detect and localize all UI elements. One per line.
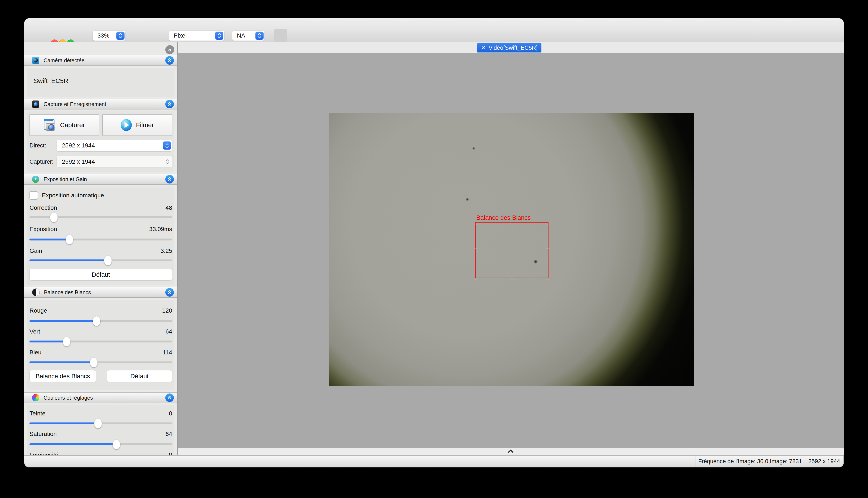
green-label: Vert (29, 328, 40, 335)
green-slider[interactable] (29, 337, 172, 346)
toolbar: 33% Pixel NA (24, 18, 844, 42)
roi-handle[interactable] (546, 276, 550, 279)
snap-resolution-stepper[interactable] (166, 160, 169, 164)
collapse-panel-button[interactable] (165, 175, 174, 183)
pointer-tool-selected[interactable] (274, 29, 287, 42)
blue-slider-thumb[interactable] (90, 358, 98, 367)
zoom-level-value: 33% (93, 32, 116, 39)
na-stepper[interactable] (255, 31, 264, 40)
panel-body-capture: Capturer Filmer Direct: 2592 x 1944 (24, 109, 177, 174)
live-resolution-value: 2592 x 1944 (56, 142, 163, 149)
hue-slider[interactable] (29, 418, 172, 428)
panel-body-white-balance: Rouge 120 Vert 64 (24, 298, 177, 392)
luminosity-label: Luminosité (29, 451, 58, 455)
blue-slider[interactable] (29, 357, 172, 367)
zoom-level-select[interactable]: 33% (93, 30, 126, 41)
gain-slider[interactable] (29, 255, 172, 265)
resolution-text: 2592 x 1944 (808, 458, 840, 465)
red-label: Rouge (29, 307, 47, 314)
luminosity-value: 0 (169, 451, 172, 455)
red-slider[interactable] (29, 316, 172, 326)
correction-slider-thumb[interactable] (50, 212, 58, 222)
exposure-slider-thumb[interactable] (66, 235, 73, 245)
video-tab[interactable]: ✕ Vidéo[Swift_EC5R] (477, 43, 541, 52)
white-balance-icon (32, 288, 40, 296)
white-balance-roi[interactable] (475, 222, 548, 278)
blue-label: Bleu (29, 349, 41, 356)
correction-value: 48 (166, 205, 172, 211)
status-bar: Fréquence de l'Image: 30.0,Image: 7831 2… (24, 455, 844, 467)
record-button-label: Filmer (136, 121, 154, 129)
green-slider-thumb[interactable] (63, 337, 71, 346)
double-chevron-up-icon (167, 290, 172, 294)
roi-handle[interactable] (510, 221, 514, 224)
video-tab-title: Vidéo[Swift_EC5R] (489, 44, 538, 51)
panel-title: Caméra détectée (43, 57, 85, 64)
double-chevron-up-icon (167, 177, 172, 182)
panel-body-camera: Swift_EC5R (24, 66, 177, 99)
blue-value: 114 (163, 349, 172, 356)
snap-resolution-label: Capturer: (29, 158, 56, 165)
snap-resolution-select[interactable]: 2592 x 1944 (56, 156, 172, 168)
double-chevron-up-icon (167, 102, 172, 106)
record-button[interactable]: Filmer (102, 114, 172, 136)
panel-header-capture[interactable]: Capture et Enregistrement (24, 99, 177, 109)
panel-title: Exposition et Gain (43, 176, 87, 182)
auto-exposure-checkbox[interactable] (29, 191, 38, 200)
exposure-slider[interactable] (29, 235, 172, 244)
live-resolution-select[interactable]: 2592 x 1944 (56, 140, 172, 151)
record-video-icon (121, 119, 132, 131)
collapse-panel-button[interactable] (165, 56, 174, 65)
saturation-slider[interactable] (29, 439, 172, 449)
snap-resolution-value: 2592 x 1944 (56, 158, 166, 165)
capture-button[interactable]: Capturer (29, 114, 99, 136)
gain-slider-thumb[interactable] (104, 255, 112, 265)
roi-handle[interactable] (546, 221, 550, 224)
na-select[interactable]: NA (232, 30, 265, 41)
collapse-panel-button[interactable] (165, 393, 174, 402)
unit-value: Pixel (169, 32, 215, 39)
hue-label: Teinte (29, 410, 46, 417)
exposure-value: 33.09ms (149, 226, 172, 233)
gain-label: Gain (29, 248, 42, 254)
roi-handle[interactable] (510, 276, 514, 279)
bottom-panel-expander[interactable] (178, 448, 844, 455)
panel-header-camera[interactable]: Caméra détectée (24, 55, 177, 66)
live-resolution-stepper[interactable] (163, 142, 171, 149)
frame-info-text: Fréquence de l'Image: 30.0,Image: 7831 (698, 458, 802, 465)
sidebar-collapse-button[interactable]: « (165, 45, 174, 54)
correction-slider[interactable] (29, 212, 172, 222)
double-chevron-up-icon (167, 58, 172, 63)
capture-photo-icon (44, 119, 56, 131)
hue-slider-thumb[interactable] (94, 419, 102, 429)
red-slider-thumb[interactable] (93, 316, 100, 326)
collapse-panel-button[interactable] (165, 288, 174, 297)
na-value: NA (232, 32, 255, 39)
panel-header-exposure[interactable]: + Exposition et Gain (24, 174, 177, 185)
white-balance-default-button[interactable]: Défaut (107, 370, 172, 382)
close-tab-icon[interactable]: ✕ (481, 44, 486, 51)
exposure-default-button[interactable]: Défaut (29, 268, 172, 280)
frame-info-cell: Fréquence de l'Image: 30.0,Image: 7831 (695, 456, 805, 467)
collapse-panel-button[interactable] (165, 100, 174, 108)
double-chevron-up-icon (167, 395, 172, 400)
zoom-stepper[interactable] (116, 31, 125, 40)
panel-header-colors[interactable]: Couleurs et réglages (24, 392, 177, 403)
live-resolution-label: Direct: (29, 142, 56, 149)
saturation-value: 64 (166, 431, 172, 437)
roi-handle[interactable] (474, 221, 478, 224)
camera-list-item[interactable]: Swift_EC5R (31, 74, 171, 88)
panel-title: Capture et Enregistrement (43, 101, 106, 107)
camera-device-name: Swift_EC5R (31, 77, 68, 84)
panel-header-white-balance[interactable]: Balance des Blancs (24, 287, 177, 298)
roi-handle[interactable] (474, 276, 478, 279)
saturation-slider-thumb[interactable] (113, 440, 120, 449)
live-video-view[interactable]: Balance des Blancs (329, 113, 694, 386)
roi-handle[interactable] (546, 248, 550, 252)
auto-exposure-label: Exposition automatique (42, 192, 104, 199)
roi-handle[interactable] (474, 248, 478, 252)
exposure-gain-icon: + (32, 175, 39, 183)
white-balance-button[interactable]: Balance des Blancs (29, 370, 96, 382)
unit-select[interactable]: Pixel (169, 30, 225, 41)
unit-stepper[interactable] (215, 31, 224, 40)
